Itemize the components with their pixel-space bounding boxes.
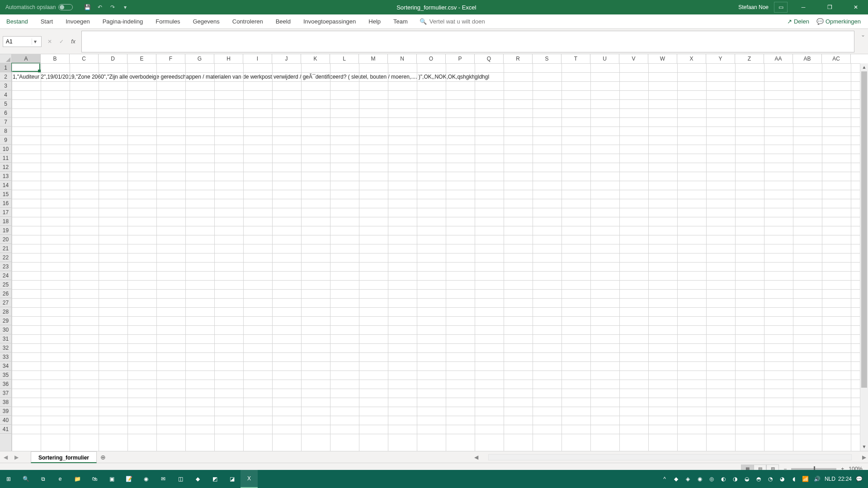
- row-header-35[interactable]: 35: [0, 371, 11, 380]
- tab-review[interactable]: Controleren: [226, 14, 269, 28]
- col-header-r[interactable]: R: [504, 54, 533, 63]
- vertical-scrollbar[interactable]: ▲ ▼: [860, 63, 868, 451]
- tray-icon-1[interactable]: ◆: [672, 474, 681, 483]
- col-header-k[interactable]: K: [301, 54, 330, 63]
- row-header-41[interactable]: 41: [0, 425, 11, 434]
- add-sheet-button[interactable]: ⊕: [97, 454, 109, 461]
- col-header-q[interactable]: Q: [475, 54, 504, 63]
- sheet-nav-next[interactable]: ▶: [11, 454, 22, 460]
- tray-clock[interactable]: 22:24: [838, 476, 852, 482]
- row-header-21[interactable]: 21: [0, 244, 11, 253]
- col-header-z[interactable]: Z: [735, 54, 764, 63]
- row-header-16[interactable]: 16: [0, 199, 11, 208]
- row-header-1[interactable]: 1: [0, 63, 11, 72]
- col-header-m[interactable]: M: [359, 54, 388, 63]
- tab-team[interactable]: Team: [387, 14, 414, 28]
- tray-icon-11[interactable]: ◖: [789, 474, 798, 483]
- col-header-y[interactable]: Y: [706, 54, 735, 63]
- app-icon-1[interactable]: ◆: [189, 470, 206, 488]
- col-header-d[interactable]: D: [99, 54, 127, 63]
- row-header-32[interactable]: 32: [0, 343, 11, 352]
- col-header-c[interactable]: C: [70, 54, 99, 63]
- row-header-37[interactable]: 37: [0, 389, 11, 398]
- tab-page-layout[interactable]: Pagina-indeling: [96, 14, 150, 28]
- col-header-a[interactable]: A: [12, 54, 41, 63]
- row-header-39[interactable]: 39: [0, 407, 11, 416]
- col-header-v[interactable]: V: [619, 54, 648, 63]
- formula-expand-icon[interactable]: ⌄: [857, 31, 865, 38]
- tab-addins[interactable]: Invoegtoepassingen: [297, 14, 362, 28]
- col-header-e[interactable]: E: [127, 54, 156, 63]
- row-header-5[interactable]: 5: [0, 99, 11, 108]
- scroll-down-icon[interactable]: ▼: [860, 443, 868, 451]
- col-header-ac[interactable]: AC: [822, 54, 851, 63]
- sheet-nav-prev[interactable]: ◀: [0, 454, 11, 460]
- tray-icon-3[interactable]: ◉: [695, 474, 704, 483]
- col-header-j[interactable]: J: [272, 54, 301, 63]
- active-cell[interactable]: [11, 63, 40, 72]
- row-header-38[interactable]: 38: [0, 398, 11, 407]
- col-header-b[interactable]: B: [41, 54, 70, 63]
- col-header-x[interactable]: X: [677, 54, 706, 63]
- col-header-o[interactable]: O: [417, 54, 446, 63]
- row-header-40[interactable]: 40: [0, 416, 11, 425]
- action-center-icon[interactable]: 💬: [854, 474, 863, 483]
- tray-icon-8[interactable]: ◓: [754, 474, 763, 483]
- tell-me-search[interactable]: 🔍 Vertel wat u wilt doen: [420, 18, 485, 25]
- user-name[interactable]: Stefaan Noe: [738, 4, 769, 10]
- row-header-24[interactable]: 24: [0, 271, 11, 280]
- col-header-g[interactable]: G: [185, 54, 214, 63]
- cell-a2-content[interactable]: 1,"Auditeur 2",19/01/2019,"Zone 2060","Z…: [12, 72, 489, 81]
- col-header-n[interactable]: N: [388, 54, 417, 63]
- name-box[interactable]: A1 ▾: [3, 36, 42, 47]
- store-icon[interactable]: 🛍: [86, 470, 103, 488]
- sheet-tab-active[interactable]: Sortering_formulier: [31, 451, 97, 463]
- row-header-12[interactable]: 12: [0, 163, 11, 172]
- edge-icon[interactable]: e: [52, 470, 69, 488]
- col-header-aa[interactable]: AA: [764, 54, 793, 63]
- col-header-s[interactable]: S: [533, 54, 561, 63]
- tray-language[interactable]: NLD: [825, 476, 835, 482]
- tab-data[interactable]: Gegevens: [186, 14, 226, 28]
- col-header-l[interactable]: L: [330, 54, 359, 63]
- tab-view[interactable]: Beeld: [269, 14, 297, 28]
- share-button[interactable]: ↗ Delen: [787, 18, 809, 25]
- row-header-11[interactable]: 11: [0, 154, 11, 163]
- row-header-26[interactable]: 26: [0, 289, 11, 298]
- col-header-t[interactable]: T: [561, 54, 590, 63]
- undo-icon[interactable]: ↶: [94, 2, 105, 13]
- row-header-13[interactable]: 13: [0, 172, 11, 181]
- col-header-h[interactable]: H: [214, 54, 243, 63]
- row-header-2[interactable]: 2: [0, 72, 11, 81]
- row-header-33[interactable]: 33: [0, 352, 11, 361]
- row-header-19[interactable]: 19: [0, 226, 11, 235]
- excel-taskbar-icon[interactable]: X: [241, 470, 258, 488]
- formula-bar-input[interactable]: [81, 31, 854, 52]
- row-header-20[interactable]: 20: [0, 235, 11, 244]
- powerpoint-icon[interactable]: ▣: [103, 470, 120, 488]
- row-header-7[interactable]: 7: [0, 117, 11, 127]
- ribbon-display-icon[interactable]: ▭: [774, 2, 788, 13]
- row-header-9[interactable]: 9: [0, 136, 11, 145]
- autosave-toggle[interactable]: [58, 4, 73, 10]
- col-header-i[interactable]: I: [243, 54, 272, 63]
- col-header-u[interactable]: U: [590, 54, 619, 63]
- start-button[interactable]: ⊞: [0, 470, 17, 488]
- tab-help[interactable]: Help: [362, 14, 387, 28]
- row-header-6[interactable]: 6: [0, 108, 11, 117]
- row-header-23[interactable]: 23: [0, 262, 11, 271]
- tray-overflow-icon[interactable]: ^: [660, 474, 669, 483]
- tab-file[interactable]: Bestand: [0, 14, 34, 28]
- horizontal-scrollbar[interactable]: [488, 454, 852, 460]
- row-header-18[interactable]: 18: [0, 217, 11, 226]
- row-header-10[interactable]: 10: [0, 145, 11, 154]
- zoom-slider[interactable]: [791, 468, 836, 470]
- name-box-dropdown-icon[interactable]: ▾: [32, 38, 38, 45]
- save-icon[interactable]: 💾: [82, 2, 93, 13]
- row-header-15[interactable]: 15: [0, 190, 11, 199]
- row-header-34[interactable]: 34: [0, 361, 11, 371]
- tray-icon-10[interactable]: ◕: [778, 474, 787, 483]
- tray-icon-7[interactable]: ◒: [742, 474, 751, 483]
- cancel-formula-icon[interactable]: ✕: [44, 36, 55, 47]
- tray-icon-5[interactable]: ◐: [719, 474, 728, 483]
